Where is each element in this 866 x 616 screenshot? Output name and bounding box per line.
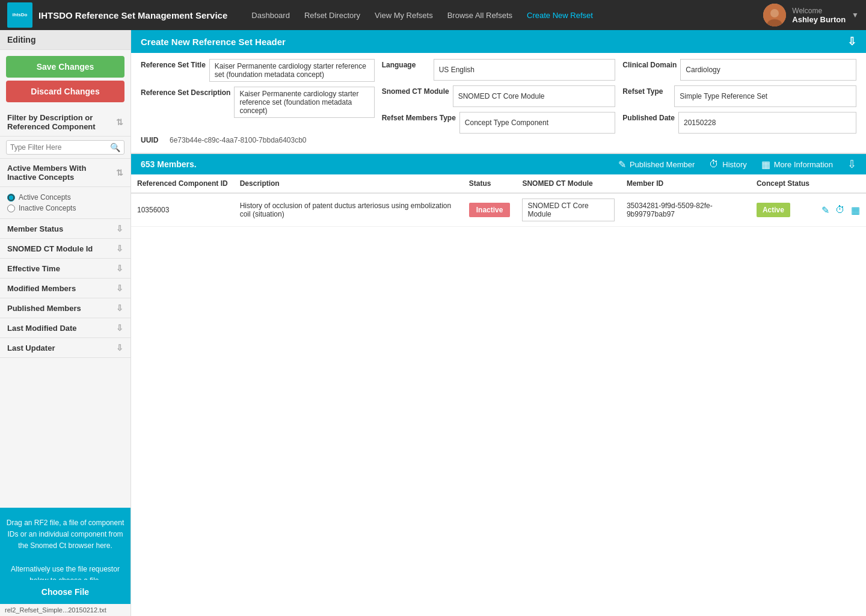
form-col-3: Clinical Domain Cardiology Refset Type S… — [622, 59, 856, 134]
active-concepts-label: Active Concepts — [19, 193, 71, 202]
col-snomed-module: SNOMED CT Module — [516, 174, 620, 193]
user-dropdown-icon[interactable]: ▼ — [852, 11, 859, 19]
sidebar-heading: Editing — [0, 30, 131, 50]
form-value-clinical-domain[interactable]: Cardiology — [680, 59, 856, 81]
form-value-members-type[interactable]: Concept Type Component — [459, 112, 616, 134]
form-cell-published-date: Published Date 20150228 — [622, 112, 856, 134]
info-member-icon[interactable]: ▦ — [851, 205, 860, 216]
form-grid: Reference Set Title Kaiser Permanente ca… — [141, 59, 856, 134]
top-nav: ihtsDo IHTSDO Reference Set Management S… — [0, 0, 866, 30]
published-members-sort-icon[interactable]: ⇩ — [116, 303, 123, 313]
sidebar-bottom: Drag an RF2 file, a file of component ID… — [0, 484, 131, 616]
active-concepts-radio[interactable]: Active Concepts — [7, 193, 123, 202]
active-members-sort-icon[interactable]: ⇅ — [116, 168, 123, 177]
form-value-description[interactable]: Kaiser Permanente cardiology starter ref… — [234, 87, 374, 118]
inactive-concepts-label: Inactive Concepts — [19, 204, 76, 212]
filter-input-wrap: 🔍 — [6, 140, 124, 155]
refset-form: Reference Set Title Kaiser Permanente ca… — [131, 53, 866, 154]
form-label-title: Reference Set Title — [141, 59, 206, 82]
form-cell-description: Reference Set Description Kaiser Permane… — [141, 87, 375, 118]
members-download-icon[interactable]: ⇩ — [847, 158, 856, 171]
history-action[interactable]: ⏱ History — [709, 159, 746, 170]
filter-sort-icon[interactable]: ⇅ — [116, 117, 123, 127]
cell-row-actions: ✎ ⏱ ▦ — [815, 193, 866, 227]
members-bar: 653 Members. ✎ Published Member ⏱ Histor… — [131, 154, 866, 174]
form-value-language[interactable]: US English — [434, 59, 616, 81]
nav-create-new-refset[interactable]: Create New Refset — [527, 11, 593, 20]
cell-member-id: 35034281-9f9d-5509-82fe-9b99797bab97 — [621, 193, 751, 227]
last-updater-sort-icon[interactable]: ⇩ — [116, 343, 123, 353]
cell-snomed-module: SNOMED CT Core Module — [516, 193, 620, 227]
last-modified-date-sort-icon[interactable]: ⇩ — [116, 323, 123, 333]
published-member-action[interactable]: ✎ Published Member — [618, 159, 695, 170]
drop-zone[interactable]: Drag an RF2 file, a file of component ID… — [0, 508, 131, 580]
avatar-image — [763, 4, 786, 26]
history-label: History — [722, 160, 746, 169]
history-icon: ⏱ — [709, 159, 719, 170]
last-updater-label: Last Updater — [7, 343, 55, 353]
member-status-filter: Member Status ⇩ — [0, 219, 131, 239]
more-information-action[interactable]: ▦ More Information — [761, 159, 833, 170]
cell-description: History of occlusion of patent ductus ar… — [234, 193, 463, 227]
col-concept-status: Concept Status — [751, 174, 815, 193]
search-icon[interactable]: 🔍 — [110, 143, 120, 152]
filter-input-section: 🔍 — [0, 137, 131, 159]
effective-time-label: Effective Time — [7, 264, 60, 273]
edit-member-icon[interactable]: ✎ — [821, 205, 829, 216]
snomed-module-box: SNOMED CT Core Module — [522, 199, 614, 221]
nav-dashboard[interactable]: Dashboard — [251, 11, 290, 20]
member-status-label: Member Status — [7, 224, 63, 233]
nav-view-my-refsets[interactable]: View My Refsets — [375, 11, 433, 20]
effective-time-sort-icon[interactable]: ⇩ — [116, 263, 123, 273]
concept-type-filter: Active Concepts Inactive Concepts — [0, 187, 131, 219]
header-download-icon[interactable]: ⇩ — [847, 35, 856, 48]
effective-time-filter: Effective Time ⇩ — [0, 259, 131, 279]
col-component-id: Referenced Component ID — [131, 174, 234, 193]
nav-browse-all[interactable]: Browse All Refsets — [447, 11, 512, 20]
more-information-label: More Information — [774, 160, 833, 169]
form-label-refset-type: Refset Type — [622, 85, 671, 107]
last-modified-date-filter: Last Modified Date ⇩ — [0, 318, 131, 338]
col-actions — [815, 174, 866, 193]
choose-file-button[interactable]: Choose File — [0, 580, 131, 604]
form-value-refset-type[interactable]: Simple Type Reference Set — [674, 85, 856, 107]
logo: ihtsDo — [7, 2, 32, 28]
nav-refset-directory[interactable]: Refset Directory — [304, 11, 360, 20]
uuid-row: UUID 6e73b44e-c89c-4aa7-8100-7bbda6403cb… — [141, 134, 856, 147]
published-member-icon: ✎ — [618, 159, 626, 170]
form-value-published-date[interactable]: 20150228 — [678, 112, 856, 134]
member-status-sort-icon[interactable]: ⇩ — [116, 224, 123, 233]
snomed-module-id-sort-icon[interactable]: ⇩ — [116, 244, 123, 253]
col-member-id: Member ID — [621, 174, 751, 193]
form-value-title[interactable]: Kaiser Permanente cardiology starter ref… — [209, 59, 375, 82]
form-label-published-date: Published Date — [622, 112, 675, 134]
modified-members-sort-icon[interactable]: ⇩ — [116, 283, 123, 293]
snomed-module-id-label: SNOMED CT Module Id — [7, 244, 93, 253]
members-count: 653 Members. — [141, 159, 604, 169]
row-actions: ✎ ⏱ ▦ — [821, 205, 860, 216]
form-cell-snomed-module: Snomed CT Module SNOMED CT Core Module — [382, 85, 616, 107]
form-col-1: Reference Set Title Kaiser Permanente ca… — [141, 59, 375, 134]
svg-point-1 — [770, 9, 779, 17]
form-value-snomed-module[interactable]: SNOMED CT Core Module — [453, 85, 616, 107]
nav-links: Dashboard Refset Directory View My Refse… — [251, 11, 763, 20]
modified-members-label: Modified Members — [7, 284, 76, 293]
form-label-language: Language — [382, 59, 430, 81]
status-badge-inactive: Inactive — [469, 203, 511, 217]
user-name: Ashley Burton — [792, 15, 846, 24]
discard-changes-button[interactable]: Discard Changes — [6, 81, 124, 102]
save-changes-button[interactable]: Save Changes — [6, 56, 124, 78]
filter-input[interactable] — [10, 143, 110, 152]
refset-header-title: Create New Reference Set Header — [141, 37, 286, 47]
history-member-icon[interactable]: ⏱ — [835, 205, 845, 215]
app-title: IHTSDO Reference Set Management Service — [38, 10, 227, 20]
file-name: rel2_Refset_Simple...20150212.txt — [0, 604, 131, 616]
form-label-members-type: Refset Members Type — [382, 112, 456, 134]
main-layout: Editing Save Changes Discard Changes Fil… — [0, 30, 866, 616]
uuid-value: 6e73b44e-c89c-4aa7-8100-7bbda6403cb0 — [170, 136, 307, 144]
inactive-concepts-radio[interactable]: Inactive Concepts — [7, 204, 123, 212]
form-label-snomed-module: Snomed CT Module — [382, 85, 449, 107]
sidebar: Editing Save Changes Discard Changes Fil… — [0, 30, 131, 616]
drop-zone-text: Drag an RF2 file, a file of component ID… — [7, 519, 124, 585]
last-updater-filter: Last Updater ⇩ — [0, 338, 131, 358]
